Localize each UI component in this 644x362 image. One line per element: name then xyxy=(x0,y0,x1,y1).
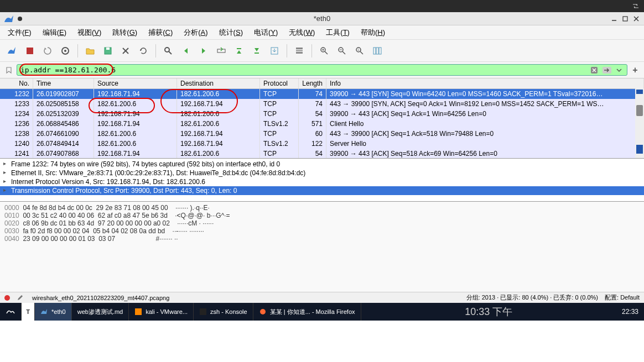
menu-file[interactable]: 文件(F) xyxy=(3,26,36,39)
menu-statistics[interactable]: 统计(S) xyxy=(215,26,247,39)
resize-columns-button[interactable] xyxy=(370,43,385,59)
packet-cell-info: Server Hello xyxy=(326,139,644,149)
column-protocol[interactable]: Protocol xyxy=(260,78,299,88)
bookmark-filter-icon[interactable] xyxy=(3,66,14,74)
close-button[interactable] xyxy=(632,14,641,23)
expert-info-icon[interactable] xyxy=(4,295,10,301)
svg-line-28 xyxy=(360,51,363,54)
taskbar-clock-large: 10:33 下午 xyxy=(459,305,518,318)
auto-scroll-button[interactable] xyxy=(267,43,282,59)
packet-cell-src: 182.61.200.6 xyxy=(94,129,177,139)
zoom-in-button[interactable] xyxy=(316,43,332,59)
packet-row[interactable]: 123826.074661090182.61.200.6192.168.71.9… xyxy=(0,129,644,139)
colorize-button[interactable] xyxy=(292,43,307,59)
packet-row[interactable]: 124126.074907868192.168.71.94182.61.200.… xyxy=(0,149,644,158)
hex-line[interactable]: 0010 00 3c 51 c2 40 00 40 06 62 af c0 a8… xyxy=(4,212,640,219)
detail-tree-item[interactable]: Internet Protocol Version 4, Src: 192.16… xyxy=(0,177,644,186)
detail-tree-item[interactable]: Transmission Control Protocol, Src Port:… xyxy=(0,186,644,195)
taskbar-text-icon[interactable]: T xyxy=(22,303,35,321)
packet-cell-no: 1240 xyxy=(0,139,33,149)
column-time[interactable]: Time xyxy=(33,78,94,88)
taskbar-item[interactable]: web渗透测试.md xyxy=(72,303,129,321)
packet-cell-dst: 192.168.71.94 xyxy=(177,129,260,139)
filter-history-button[interactable] xyxy=(615,67,624,73)
column-source[interactable]: Source xyxy=(94,78,177,88)
capture-options-button[interactable] xyxy=(58,43,73,59)
menu-telephony[interactable]: 电话(Y) xyxy=(250,26,282,39)
menu-capture[interactable]: 捕获(C) xyxy=(144,26,177,39)
svg-point-39 xyxy=(260,309,266,314)
menu-wireless[interactable]: 无线(W) xyxy=(284,26,319,39)
packet-bytes-pane[interactable]: 0000 04 fe 8d 8d b4 dc 00 0c 29 2e 83 71… xyxy=(0,201,644,292)
edit-icon[interactable] xyxy=(17,295,23,301)
status-profile-label[interactable]: 配置: Default xyxy=(605,293,640,302)
clear-filter-button[interactable] xyxy=(588,66,600,74)
packet-row[interactable]: 123326.025085158182.61.200.6192.168.71.9… xyxy=(0,99,644,109)
save-file-button[interactable] xyxy=(100,43,116,59)
restart-capture-button[interactable] xyxy=(40,43,55,59)
detail-tree-item[interactable]: Frame 1232: 74 bytes on wire (592 bits),… xyxy=(0,160,644,169)
column-info[interactable]: Info xyxy=(326,78,644,88)
go-last-button[interactable] xyxy=(249,43,264,59)
hex-line[interactable]: 0040 23 09 00 00 00 00 01 03 03 07 #····… xyxy=(4,235,640,243)
column-destination[interactable]: Destination xyxy=(177,78,260,88)
go-forward-button[interactable] xyxy=(196,43,211,59)
menu-analyze[interactable]: 分析(A) xyxy=(179,26,212,39)
stop-capture-button[interactable] xyxy=(22,43,38,59)
packet-row[interactable]: 123426.025132039192.168.71.94182.61.200.… xyxy=(0,109,644,119)
display-filter-input[interactable] xyxy=(20,66,588,74)
reload-button[interactable] xyxy=(136,43,151,59)
hex-line[interactable]: 0020 c8 06 9b dc 01 bb 63 4d 97 20 00 00… xyxy=(4,219,640,227)
maximize-button[interactable] xyxy=(621,14,630,23)
close-file-button[interactable] xyxy=(118,43,133,59)
svg-rect-38 xyxy=(200,308,206,315)
packet-cell-proto: TCP xyxy=(260,109,299,119)
packet-list-scrollbar[interactable] xyxy=(635,88,644,158)
display-filter-field[interactable] xyxy=(17,64,627,76)
status-file-label: wireshark_eth0_20211028223209_mt4407.pca… xyxy=(30,295,460,301)
packet-cell-dst: 192.168.71.94 xyxy=(177,99,260,109)
hex-line[interactable]: 0000 04 fe 8d 8d b4 dc 00 0c 29 2e 83 71… xyxy=(4,204,640,212)
go-back-button[interactable] xyxy=(178,43,194,59)
add-filter-button[interactable]: + xyxy=(630,65,641,76)
packet-list-pane[interactable]: No. Time Source Destination Protocol Len… xyxy=(0,78,644,158)
scrollbar-thumb[interactable] xyxy=(636,105,643,116)
packet-row[interactable]: 123626.068845486192.168.71.94182.61.200.… xyxy=(0,119,644,129)
go-first-button[interactable] xyxy=(231,43,247,59)
packet-details-pane[interactable]: Frame 1232: 74 bytes on wire (592 bits),… xyxy=(0,158,644,201)
svg-line-21 xyxy=(325,51,328,54)
detail-tree-item[interactable]: Ethernet II, Src: VMware_2e:83:71 (00:0c… xyxy=(0,169,644,177)
go-to-packet-button[interactable] xyxy=(214,43,229,59)
menu-view[interactable]: 视图(V) xyxy=(73,26,106,39)
column-length[interactable]: Length xyxy=(299,78,326,88)
packet-row[interactable]: 123226.019902807192.168.71.94182.61.200.… xyxy=(0,89,644,99)
menu-go[interactable]: 跳转(G) xyxy=(108,26,142,39)
menu-help[interactable]: 帮助(H) xyxy=(356,26,389,39)
packet-row[interactable]: 124026.074849414182.61.200.6192.168.71.9… xyxy=(0,139,644,149)
start-capture-button[interactable] xyxy=(4,43,20,59)
settings-indicator-icon[interactable] xyxy=(632,2,640,10)
packet-cell-proto: TCP xyxy=(260,149,299,158)
menu-edit[interactable]: 编辑(E) xyxy=(38,26,71,39)
column-no[interactable]: No. xyxy=(0,78,33,88)
zoom-reset-button[interactable]: 1:1 xyxy=(352,43,367,59)
apply-filter-button[interactable] xyxy=(600,66,615,74)
taskbar-item[interactable]: zsh - Konsole xyxy=(194,303,253,321)
minimize-button[interactable] xyxy=(610,14,619,23)
svg-point-11 xyxy=(165,48,169,52)
find-packet-button[interactable] xyxy=(160,43,176,59)
packet-cell-time: 26.025085158 xyxy=(33,99,94,109)
svg-rect-19 xyxy=(296,52,303,54)
hex-line[interactable]: 0030 fa f0 2d f8 00 00 02 04 05 b4 04 02… xyxy=(4,227,640,235)
open-file-button[interactable] xyxy=(82,43,98,59)
packet-cell-dst: 182.61.200.6 xyxy=(177,119,260,129)
taskbar-item[interactable]: kali - VMware... xyxy=(129,303,194,321)
packet-cell-len: 74 xyxy=(299,99,326,109)
taskbar-item[interactable]: *eth0 xyxy=(35,303,72,321)
toolbar-separator xyxy=(155,44,156,57)
menu-tools[interactable]: 工具(T) xyxy=(321,26,354,39)
taskbar-menu[interactable] xyxy=(0,303,22,321)
zoom-out-button[interactable] xyxy=(334,43,350,59)
packet-cell-src: 192.168.71.94 xyxy=(94,109,177,119)
taskbar-item[interactable]: 某某 | 你知道... - Mozilla Firefox xyxy=(253,303,361,321)
